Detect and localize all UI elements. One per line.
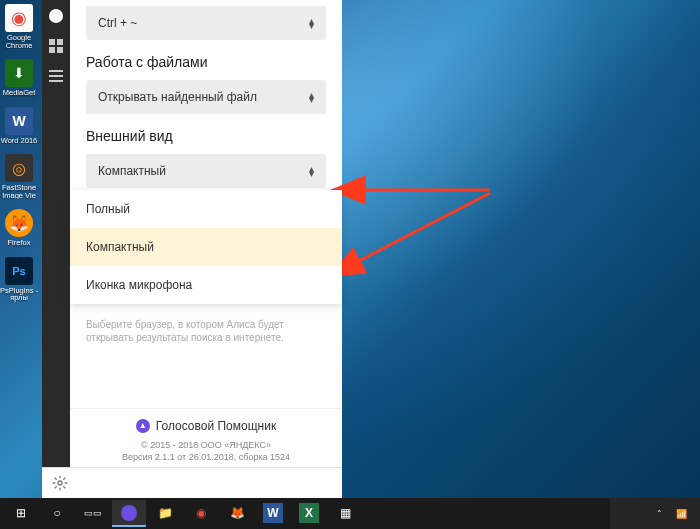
browser-hint: Выберите браузер, в котором Алиса будет … [70, 312, 342, 354]
desktop-icon-firefox[interactable]: 🦊 Firefox [0, 207, 38, 249]
start-button[interactable]: ⊞ [4, 500, 38, 527]
svg-rect-3 [57, 47, 63, 53]
taskbar-app[interactable]: ▦ [328, 500, 362, 527]
menu-icon[interactable] [48, 68, 64, 84]
chevron-updown-icon: ▴▾ [309, 92, 314, 102]
task-view-button[interactable]: ▭▭ [76, 500, 110, 527]
yandex-logo-icon: ▲ [136, 419, 150, 433]
taskbar-firefox[interactable]: 🦊 [220, 500, 254, 527]
files-section-title: Работа с файлами [86, 54, 326, 70]
chevron-updown-icon: ▴▾ [309, 18, 314, 28]
hotkey-dropdown[interactable]: Ctrl + ~ ▴▾ [86, 6, 326, 40]
taskbar-explorer[interactable]: 📁 [148, 500, 182, 527]
gear-icon[interactable] [48, 471, 72, 495]
appearance-section-title: Внешний вид [86, 128, 326, 144]
tray-chevron-icon[interactable]: ˄ [652, 507, 666, 521]
footer-copyright: © 2015 - 2018 ООО «ЯНДЕКС» [86, 439, 326, 452]
chevron-updown-icon: ▴▾ [309, 166, 314, 176]
taskbar-excel[interactable]: X [292, 500, 326, 527]
alice-settings-panel: Ctrl + ~ ▴▾ Работа с файлами Открывать н… [42, 0, 342, 498]
taskbar-chrome[interactable]: ◉ [184, 500, 218, 527]
files-dropdown[interactable]: Открывать найденный файл ▴▾ [86, 80, 326, 114]
appearance-option-mic-icon[interactable]: Иконка микрофона [70, 266, 342, 304]
panel-main: Ctrl + ~ ▴▾ Работа с файлами Открывать н… [70, 0, 342, 498]
appearance-dropdown-menu: Полный Компактный Иконка микрофона [70, 190, 342, 304]
desktop-icon-psplugins[interactable]: Ps PsPlugins - ярлы [0, 255, 38, 304]
appearance-option-compact[interactable]: Компактный [70, 228, 342, 266]
search-button[interactable]: ○ [40, 500, 74, 527]
appearance-option-full[interactable]: Полный [70, 190, 342, 228]
taskbar: ⊞ ○ ▭▭ 📁 ◉ 🦊 W X ▦ ˄ 📶 [0, 498, 700, 529]
taskbar-alice[interactable] [112, 500, 146, 527]
desktop-icon-word[interactable]: W Word 2016 [0, 105, 38, 147]
footer-title-text: Голосовой Помощник [156, 419, 276, 433]
appearance-dropdown[interactable]: Компактный ▴▾ [86, 154, 326, 188]
files-value: Открывать найденный файл [98, 90, 257, 104]
settings-bottom-strip [42, 467, 342, 498]
appearance-value: Компактный [98, 164, 166, 178]
desktop-icon-mediaget[interactable]: ⬇ MediaGet [0, 57, 38, 99]
svg-point-7 [58, 481, 62, 485]
system-tray: ˄ 📶 [652, 507, 696, 521]
footer-version: Версия 2.1.1 от 26.01.2018, сборка 1524 [86, 451, 326, 464]
desktop-icon-chrome[interactable]: ◉ Google Chrome [0, 2, 38, 51]
tray-network-icon[interactable]: 📶 [674, 507, 688, 521]
hotkey-value: Ctrl + ~ [98, 16, 137, 30]
svg-rect-0 [49, 39, 55, 45]
svg-rect-1 [57, 39, 63, 45]
grid-icon[interactable] [48, 38, 64, 54]
desktop-icons-area: ◉ Google Chrome ⬇ MediaGet W Word 2016 ◎… [0, 2, 40, 304]
svg-rect-2 [49, 47, 55, 53]
panel-sidebar [42, 0, 70, 498]
alice-logo-icon[interactable] [48, 8, 64, 24]
taskbar-word[interactable]: W [256, 500, 290, 527]
desktop-icon-faststone[interactable]: ◎ FastStone Image Vie [0, 152, 38, 201]
